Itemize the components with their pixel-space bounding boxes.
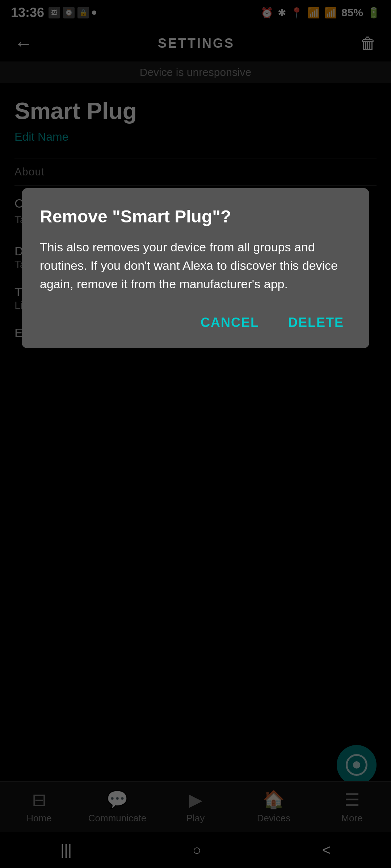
dialog-overlay <box>0 0 391 868</box>
delete-button-dialog[interactable]: DELETE <box>281 311 351 334</box>
dialog-title: Remove "Smart Plug"? <box>40 206 351 227</box>
dialog-buttons: CANCEL DELETE <box>40 311 351 334</box>
cancel-button[interactable]: CANCEL <box>193 311 266 334</box>
dialog-message: This also removes your device from all g… <box>40 238 351 293</box>
remove-device-dialog: Remove "Smart Plug"? This also removes y… <box>22 188 369 348</box>
